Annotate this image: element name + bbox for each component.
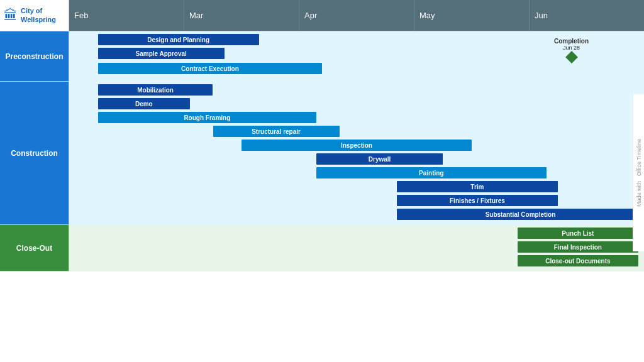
closeout-row: Close-Out Punch List Final Inspection Cl… [0, 225, 644, 272]
task-mobilization: Mobilization [98, 84, 213, 96]
task-closeout-documents: Close-out Documents [518, 255, 638, 266]
construction-content: Mobilization Demo Rough Framing Structur… [69, 82, 644, 225]
month-apr: Apr [299, 0, 414, 31]
task-final-inspection: Final Inspection [518, 241, 638, 253]
preconstruction-row: Preconstruction Design and Planning Samp… [0, 31, 644, 82]
closeout-content: Punch List Final Inspection Close-out Do… [69, 225, 644, 272]
task-finishes-fixtures: Finishes / Fixtures [397, 195, 558, 206]
construction-label: Construction [0, 82, 69, 224]
closeout-label: Close-Out [0, 225, 69, 271]
task-design-planning: Design and Planning [98, 34, 259, 45]
preconstruction-label: Preconstruction [0, 31, 69, 81]
task-substantial-completion: Substantial Completion [397, 209, 644, 220]
timeline-header: Feb Mar Apr May Jun [69, 0, 644, 31]
watermark: Made with Office Timeline [633, 94, 644, 251]
task-trim: Trim [397, 181, 558, 192]
month-jun: Jun [530, 0, 644, 31]
task-rough-framing: Rough Framing [98, 112, 316, 123]
city-icon: 🏛 [4, 8, 18, 24]
task-structural-repair: Structural repair [213, 126, 340, 137]
completion-label: Completion [554, 38, 589, 45]
task-punch-list: Punch List [518, 228, 638, 239]
city-logo: 🏛 City ofWellspring [4, 7, 56, 23]
construction-row: Construction Mobilization Demo Rough Fra… [0, 82, 644, 225]
city-name: City ofWellspring [21, 7, 56, 23]
gantt-chart: Completion Jun 28 🏛 City ofWellspring Fe… [0, 0, 644, 362]
task-contract-execution: Contract Execution [98, 63, 322, 74]
task-drywall: Drywall [316, 153, 443, 165]
gantt-body: Preconstruction Design and Planning Samp… [0, 31, 644, 362]
task-painting: Painting [316, 167, 547, 178]
watermark-text: Made with Office Timeline [636, 139, 642, 207]
completion-diamond [565, 51, 578, 63]
task-demo: Demo [98, 98, 190, 109]
completion-date: Jun 28 [563, 45, 580, 51]
completion-marker: Completion Jun 28 [554, 38, 589, 62]
header-row: 🏛 City ofWellspring Feb Mar Apr May Jun [0, 0, 644, 31]
month-mar: Mar [184, 0, 299, 31]
city-header: 🏛 City ofWellspring [0, 0, 69, 31]
task-sample-approval: Sample Approval [98, 48, 225, 59]
month-feb: Feb [69, 0, 184, 31]
task-inspection: Inspection [242, 140, 472, 151]
month-may: May [414, 0, 530, 31]
